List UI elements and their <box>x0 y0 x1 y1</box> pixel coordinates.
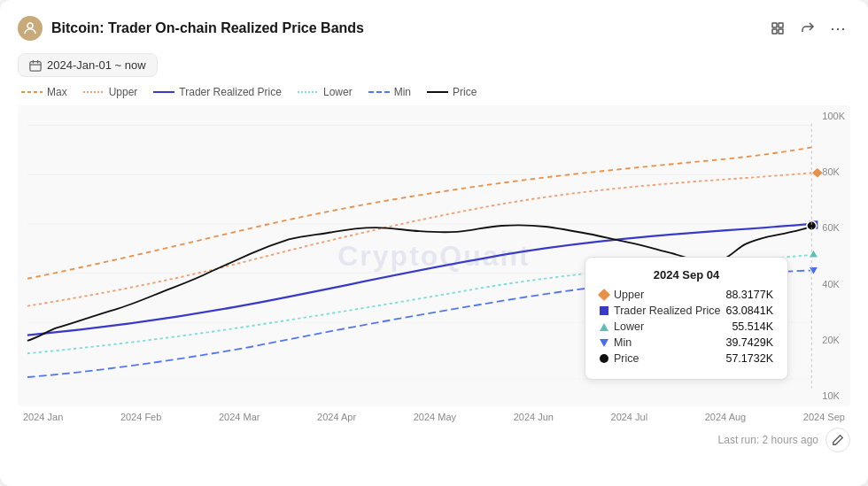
tooltip-lower-label: Lower <box>614 320 644 333</box>
calendar-icon <box>29 59 42 72</box>
date-filter-label: 2024-Jan-01 ~ now <box>47 58 146 72</box>
upper-legend-icon <box>83 89 105 96</box>
svg-marker-20 <box>809 250 818 258</box>
legend-trader-label: Trader Realized Price <box>179 86 282 98</box>
edit-button[interactable] <box>825 428 850 452</box>
svg-rect-5 <box>30 61 41 71</box>
min-legend-icon <box>368 89 390 96</box>
trader-marker-icon <box>600 306 608 315</box>
legend-lower-label: Lower <box>323 86 353 98</box>
chart-card: Bitcoin: Trader On-chain Realized Price … <box>0 0 868 486</box>
svg-point-0 <box>27 23 33 28</box>
tooltip-trader-label: Trader Realized Price <box>614 305 720 317</box>
more-button[interactable]: ⋯ <box>825 16 850 41</box>
x-axis-labels: 2024 Jan 2024 Feb 2024 Mar 2024 Apr 2024… <box>18 408 850 422</box>
tooltip: 2024 Sep 04 Upper 88.3177K Trader Realiz… <box>585 257 788 380</box>
svg-rect-4 <box>779 29 783 34</box>
legend-min: Min <box>368 86 411 98</box>
tooltip-price-val: 57.1732K <box>725 352 773 365</box>
tooltip-row-min: Min 39.7429K <box>600 336 773 349</box>
chart-header: Bitcoin: Trader On-chain Realized Price … <box>18 16 850 41</box>
last-run-label: Last run: 2 hours ago <box>718 434 818 446</box>
tooltip-upper-val: 88.3177K <box>725 289 773 301</box>
min-marker-icon <box>600 339 608 347</box>
legend-min-label: Min <box>394 86 411 98</box>
share-button[interactable] <box>795 16 820 41</box>
lower-marker-icon <box>600 323 608 331</box>
y-axis-labels: 100K 80K 60K 40K 20K 10K <box>822 105 845 406</box>
chart-area: 100K 80K 60K 40K 20K 10K CryptoQuant <box>18 105 850 406</box>
legend-price-label: Price <box>453 86 477 98</box>
price-marker-icon <box>600 354 608 363</box>
lower-legend-icon <box>298 89 319 96</box>
upper-marker-icon <box>598 289 610 301</box>
avatar <box>18 16 43 41</box>
tooltip-upper-label: Upper <box>614 289 644 301</box>
tooltip-price-label: Price <box>614 352 639 365</box>
tooltip-row-price: Price 57.1732K <box>600 352 773 365</box>
legend-upper: Upper <box>83 86 138 98</box>
tooltip-row-lower: Lower 55.514K <box>600 320 773 333</box>
legend-lower: Lower <box>298 86 353 98</box>
tooltip-min-val: 39.7429K <box>725 336 773 349</box>
expand-button[interactable] <box>765 16 790 41</box>
chart-footer: Last run: 2 hours ago <box>18 428 850 452</box>
legend-price: Price <box>427 86 477 98</box>
svg-rect-1 <box>772 23 777 27</box>
legend-max-label: Max <box>47 86 67 98</box>
chart-legend: Max Upper Trader Realized Price Lower Mi… <box>18 86 850 98</box>
price-legend-icon <box>427 89 448 96</box>
header-icons: ⋯ <box>765 16 850 41</box>
page-title: Bitcoin: Trader On-chain Realized Price … <box>51 20 364 36</box>
legend-upper-label: Upper <box>109 86 138 98</box>
header-left: Bitcoin: Trader On-chain Realized Price … <box>18 16 364 41</box>
svg-rect-3 <box>772 29 777 34</box>
tooltip-title: 2024 Sep 04 <box>600 268 773 282</box>
legend-trader: Trader Realized Price <box>153 86 282 98</box>
max-legend-icon <box>21 89 43 96</box>
tooltip-row-upper: Upper 88.3177K <box>600 289 773 301</box>
trader-legend-icon <box>153 89 174 96</box>
svg-rect-2 <box>779 23 783 27</box>
legend-max: Max <box>21 86 67 98</box>
tooltip-lower-val: 55.514K <box>732 320 773 333</box>
tooltip-row-trader: Trader Realized Price 63.0841K <box>600 305 773 317</box>
tooltip-trader-val: 63.0841K <box>725 305 773 317</box>
tooltip-min-label: Min <box>614 336 632 349</box>
date-filter-button[interactable]: 2024-Jan-01 ~ now <box>18 53 158 77</box>
